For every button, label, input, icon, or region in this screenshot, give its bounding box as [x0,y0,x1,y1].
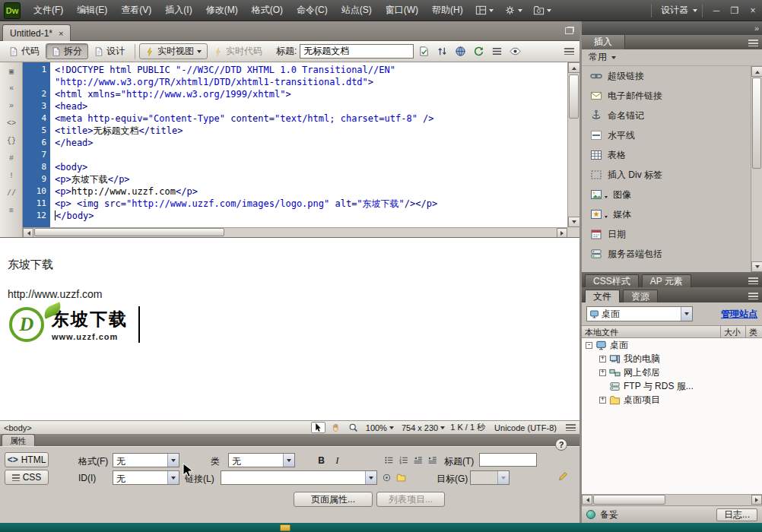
insert-scrollbar[interactable] [751,66,762,272]
panel-menu-icon[interactable] [748,293,758,299]
column-type[interactable]: 类 [746,326,762,337]
check-page-button[interactable] [416,43,432,59]
document-restore-icon[interactable] [565,27,573,34]
scroll-down-button[interactable] [751,261,762,272]
ordered-list-button[interactable] [396,453,411,467]
zoom-level-select[interactable]: 100% [364,423,396,432]
statusbar-menu-icon[interactable] [566,424,576,431]
expand-toggle[interactable]: + [599,356,606,363]
scrollbar-thumb[interactable] [569,74,579,119]
refresh-button[interactable] [471,43,487,59]
insert-item-div-tag[interactable]: 插入 Div 标签 [582,165,751,185]
document-title-input[interactable] [300,44,414,59]
tag-selector-body[interactable]: <body> [4,423,32,432]
html-mode-button[interactable]: <>HTML [5,452,49,467]
insert-item-table[interactable]: 表格 [582,145,751,165]
id-select[interactable]: 无 [113,470,179,485]
title-attr-input[interactable] [479,453,537,467]
menu-commands[interactable]: 命令(C) [290,0,335,21]
tab-ap-elements[interactable]: AP 元素 [642,274,691,287]
file-management-button[interactable] [434,43,450,59]
design-view[interactable]: 东坡下载 http://www.uzzf.com D 东坡下载 www.uzzf… [0,237,579,420]
code-vertical-scrollbar[interactable] [567,62,579,227]
design-text-url[interactable]: http://www.uzzf.com [8,288,102,300]
code-lines[interactable]: 1<!DOCTYPE html PUBLIC "-//W3C//DTD XHTM… [23,64,567,226]
site-menu-button[interactable] [528,0,557,21]
balance-braces-icon[interactable]: {} [0,132,23,150]
insert-item-date[interactable]: 日期 [582,224,751,244]
tab-close-icon[interactable]: × [59,29,63,38]
tree-item-my-computer[interactable]: + 我的电脑 [582,352,762,366]
column-size[interactable]: 大小 [721,326,746,337]
workspace-switcher[interactable]: 设计器 [656,4,693,17]
restore-button[interactable]: ❐ [725,2,744,19]
insert-panel-tab[interactable]: 插入 [582,35,625,49]
toolbar-menu-icon[interactable] [564,48,574,55]
code-view-button[interactable]: 代码 [3,43,46,59]
help-icon[interactable]: ? [555,439,567,451]
indent-code-icon[interactable]: ≡ [0,202,23,220]
scrollbar-thumb[interactable] [34,228,224,236]
document-tab[interactable]: Untitled-1* × [2,24,71,41]
point-to-file-button[interactable] [379,470,394,485]
design-text-heading[interactable]: 东坡下载 [8,258,53,272]
page-properties-button[interactable]: 页面属性... [294,492,373,507]
live-view-button[interactable]: 实时视图 [139,43,208,59]
insert-item-media[interactable]: 媒体 [582,204,751,224]
css-mode-button[interactable]: CSS [5,470,49,485]
collapse-panels-icon[interactable]: » [754,24,759,33]
scroll-right-button[interactable] [751,495,762,505]
menu-site[interactable]: 站点(S) [335,0,379,21]
site-select[interactable]: 桌面 [586,306,693,321]
taskbar-folder-icon[interactable] [280,524,291,531]
extend-button[interactable] [499,0,528,21]
menu-insert[interactable]: 插入(I) [158,0,198,21]
menu-edit[interactable]: 编辑(E) [70,0,114,21]
design-view-button[interactable]: 设计 [88,43,131,59]
code-horizontal-scrollbar[interactable] [23,227,567,237]
close-button[interactable]: × [744,2,762,19]
tab-assets[interactable]: 资源 [623,290,658,302]
split-view-button[interactable]: 拆分 [46,43,88,59]
line-numbers-icon[interactable]: # [0,150,23,167]
open-documents-icon[interactable]: ▣ [0,62,23,80]
browse-file-button[interactable] [394,470,408,485]
menu-format[interactable]: 格式(O) [245,0,290,21]
menu-modify[interactable]: 修改(M) [199,0,245,21]
menu-window[interactable]: 窗口(W) [379,0,425,21]
scroll-left-button[interactable] [582,495,592,505]
format-select[interactable]: 无 [113,453,179,467]
window-size-select[interactable]: 754 x 230 [399,423,447,432]
expand-toggle[interactable]: + [599,369,606,376]
scroll-up-button[interactable] [568,62,580,73]
scroll-up-button[interactable] [751,66,762,77]
link-combo[interactable] [221,470,377,485]
tree-item-network-places[interactable]: + 网上邻居 [582,366,762,379]
tree-item-desktop-items[interactable]: + 桌面项目 [582,393,762,407]
collapse-tag-icon[interactable]: « [0,80,23,97]
scrollbar-thumb[interactable] [752,78,761,169]
column-local-files[interactable]: 本地文件 [582,326,721,337]
indent-button[interactable] [425,453,440,467]
unordered-list-button[interactable] [382,453,396,467]
tree-item-desktop[interactable]: - 桌面 [582,338,762,352]
design-logo-image[interactable]: D 东坡下载 www.uzzf.com [9,306,140,343]
insert-item-image[interactable]: 图像 [582,185,751,204]
zoom-tool-button[interactable] [346,422,360,433]
collapse-toggle[interactable]: - [586,342,592,349]
dreamweaver-logo-icon[interactable]: Dw [4,2,21,19]
menu-help[interactable]: 帮助(H) [425,0,470,21]
preview-button[interactable] [452,43,468,59]
menu-file[interactable]: 文件(F) [27,0,70,21]
tree-item-ftp-rds[interactable]: FTP 与 RDS 服... [582,379,762,393]
layout-switcher-button[interactable] [470,0,499,21]
view-options-button[interactable] [489,43,505,59]
insert-item-hyperlink[interactable]: 超级链接 [582,66,751,86]
tab-css-styles[interactable]: CSS样式 [585,274,639,287]
expand-toggle[interactable]: + [599,397,606,404]
code-view[interactable]: ▣ « » <> {} # ! // ≡ 1<!DOCTYPE html PUB… [0,62,579,237]
files-horizontal-scrollbar[interactable] [582,494,762,505]
visual-aids-button[interactable] [507,43,523,59]
select-tool-button[interactable] [311,422,325,433]
bold-button[interactable]: B [314,453,329,467]
